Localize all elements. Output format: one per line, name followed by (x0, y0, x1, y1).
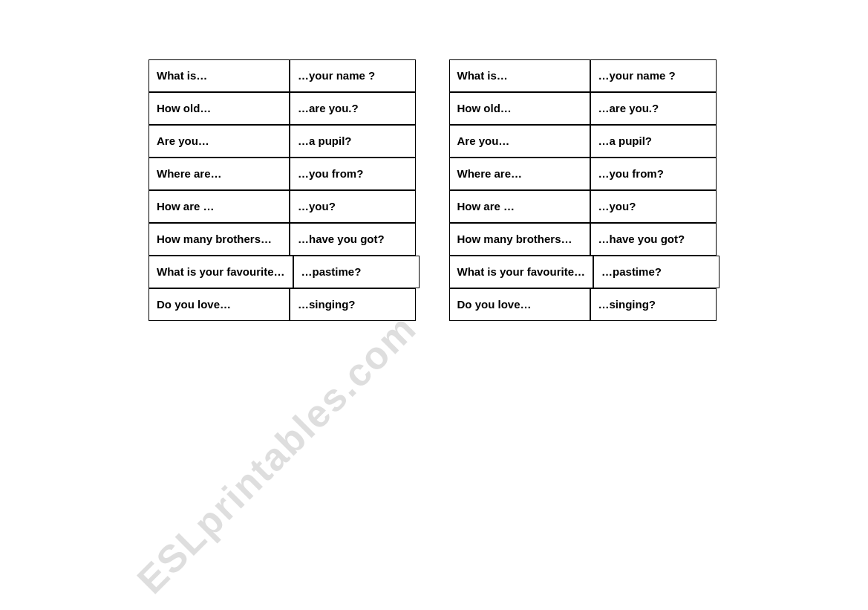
page: What is……your name ?How old……are you.?Ar… (0, 0, 868, 610)
card-left-0-3: Where are… (149, 158, 290, 190)
card-right-text-0-1: …are you.? (298, 101, 359, 116)
card-row-0-1: How old……are you.? (149, 92, 420, 125)
card-row-1-7: Do you love……singing? (449, 288, 720, 321)
card-left-1-0: What is… (449, 59, 590, 92)
card-left-0-7: Do you love… (149, 288, 290, 321)
card-row-0-4: How are ……you? (149, 190, 420, 223)
card-left-text-0-3: Where are… (157, 166, 222, 181)
card-right-1-4: …you? (590, 190, 717, 223)
card-left-text-0-5: How many brothers… (157, 232, 272, 247)
card-row-1-5: How many brothers……have you got? (449, 223, 720, 256)
card-right-0-0: …your name ? (290, 59, 416, 92)
card-right-1-7: …singing? (590, 288, 717, 321)
content-area: What is……your name ?How old……are you.?Ar… (149, 59, 719, 321)
card-row-0-3: Where are……you from? (149, 158, 420, 190)
card-right-text-1-4: …you? (598, 199, 636, 214)
card-right-text-1-3: …you from? (598, 166, 664, 181)
card-left-text-1-2: Are you… (457, 134, 510, 149)
card-right-text-0-5: …have you got? (298, 232, 385, 247)
card-left-text-1-0: What is… (457, 68, 508, 83)
card-right-0-4: …you? (290, 190, 416, 223)
card-row-1-4: How are ……you? (449, 190, 720, 223)
card-row-0-5: How many brothers……have you got? (149, 223, 420, 256)
card-right-text-1-6: …pastime? (601, 265, 662, 279)
card-left-text-0-6: What is your favourite… (157, 265, 285, 279)
card-right-0-6: …pastime? (293, 256, 420, 288)
card-right-text-0-2: …a pupil? (298, 134, 352, 149)
card-left-0-1: How old… (149, 92, 290, 125)
card-right-text-1-0: …your name ? (598, 68, 676, 83)
card-right-1-2: …a pupil? (590, 125, 717, 158)
card-row-1-3: Where are……you from? (449, 158, 720, 190)
card-left-1-3: Where are… (449, 158, 590, 190)
card-left-0-2: Are you… (149, 125, 290, 158)
card-row-0-2: Are you……a pupil? (149, 125, 420, 158)
card-right-text-0-6: …pastime? (301, 265, 362, 279)
card-left-0-5: How many brothers… (149, 223, 290, 256)
card-right-text-0-0: …your name ? (298, 68, 375, 83)
card-right-text-1-5: …have you got? (598, 232, 685, 247)
card-right-0-7: …singing? (290, 288, 416, 321)
card-left-1-1: How old… (449, 92, 590, 125)
card-left-text-1-4: How are … (457, 199, 515, 214)
card-row-0-7: Do you love……singing? (149, 288, 420, 321)
card-left-1-6: What is your favourite… (449, 256, 594, 288)
card-left-text-1-3: Where are… (457, 166, 523, 181)
card-right-1-0: …your name ? (590, 59, 717, 92)
card-right-text-1-1: …are you.? (598, 101, 659, 116)
card-right-text-1-7: …singing? (598, 297, 656, 312)
card-right-0-5: …have you got? (290, 223, 416, 256)
card-right-text-0-3: …you from? (298, 166, 363, 181)
card-right-1-3: …you from? (590, 158, 717, 190)
card-group-0: What is……your name ?How old……are you.?Ar… (149, 59, 420, 321)
card-right-1-6: …pastime? (593, 256, 719, 288)
card-row-1-0: What is……your name ? (449, 59, 720, 92)
card-left-text-0-7: Do you love… (157, 297, 231, 312)
card-row-0-6: What is your favourite……pastime? (149, 256, 420, 288)
card-left-text-0-0: What is… (157, 68, 207, 83)
card-group-1: What is……your name ?How old……are you.?Ar… (449, 59, 720, 321)
card-left-text-0-2: Are you… (157, 134, 209, 149)
card-row-1-1: How old……are you.? (449, 92, 720, 125)
card-row-1-6: What is your favourite……pastime? (449, 256, 720, 288)
card-left-text-1-5: How many brothers… (457, 232, 572, 247)
card-right-0-3: …you from? (290, 158, 416, 190)
card-right-1-1: …are you.? (590, 92, 717, 125)
card-left-text-0-1: How old… (157, 101, 211, 116)
card-right-text-0-4: …you? (298, 199, 336, 214)
card-left-0-6: What is your favourite… (149, 256, 293, 288)
card-left-1-4: How are … (449, 190, 590, 223)
card-left-1-5: How many brothers… (449, 223, 590, 256)
card-right-text-0-7: …singing? (298, 297, 356, 312)
card-left-text-1-7: Do you love… (457, 297, 532, 312)
card-left-1-7: Do you love… (449, 288, 590, 321)
card-left-text-1-6: What is your favourite… (457, 265, 586, 279)
card-right-0-1: …are you.? (290, 92, 416, 125)
card-right-text-1-2: …a pupil? (598, 134, 653, 149)
card-left-1-2: Are you… (449, 125, 590, 158)
card-left-0-0: What is… (149, 59, 290, 92)
card-left-text-1-1: How old… (457, 101, 512, 116)
card-right-0-2: …a pupil? (290, 125, 416, 158)
card-row-0-0: What is……your name ? (149, 59, 420, 92)
card-left-text-0-4: How are … (157, 199, 215, 214)
card-left-0-4: How are … (149, 190, 290, 223)
card-row-1-2: Are you……a pupil? (449, 125, 720, 158)
card-right-1-5: …have you got? (590, 223, 717, 256)
